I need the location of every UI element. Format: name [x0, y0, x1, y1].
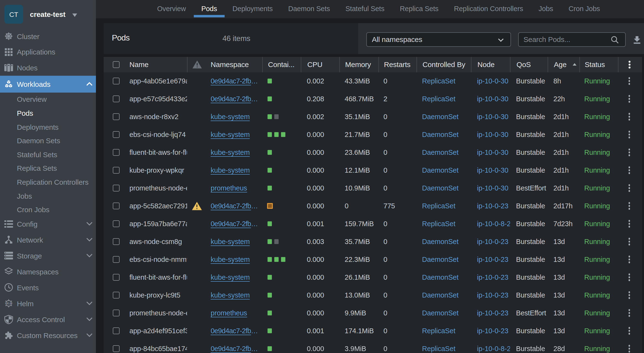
svg-text:HELM: HELM: [5, 302, 12, 305]
